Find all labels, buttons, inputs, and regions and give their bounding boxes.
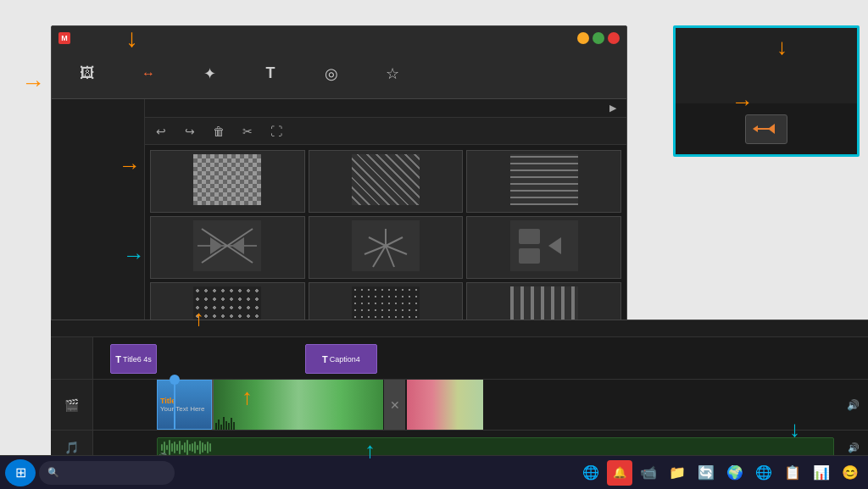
transition-bu[interactable] [466,216,621,279]
toolbar-elements[interactable]: ☆ [364,53,421,96]
toolbar-text[interactable]: T [242,53,299,96]
sidebar-item-reveals[interactable] [52,153,144,164]
taskbar-browser[interactable]: 🌐 [578,460,604,486]
sidebar-item-wipe[interactable] [52,164,144,174]
thumb-bowtie [193,220,261,271]
end-audio-volume: 🔊 [848,442,860,453]
preview-top-bg [676,28,857,103]
toolbar-effect[interactable]: ✦ [181,53,238,96]
motion-icon: ◎ [325,64,338,83]
transition-blind[interactable] [309,150,464,213]
svg-marker-15 [548,237,561,254]
start-button[interactable]: ⊞ [5,459,36,486]
taskbar-system-icons: 🌐 🔔 📹 📁 🔄 🌍 🌐 📋 📊 😊 [578,460,863,486]
preview-transition-icon[interactable] [745,114,787,144]
undo-button[interactable]: ↩ [152,122,170,141]
video-track-label: 🎬 [51,380,93,430]
transition-burn[interactable] [309,216,464,279]
taskbar-notification[interactable]: 🔔 [607,460,632,486]
video-clip-flowers[interactable] [407,380,483,430]
taskbar-video[interactable]: 📹 [636,460,661,486]
toolbar-media[interactable]: 🖼 [58,53,116,96]
preview-content [676,28,857,154]
audio-icon-label: 🎵 [64,441,79,454]
waveform-overlay [214,413,383,430]
flowers-bg [407,380,483,430]
taskbar-emoji[interactable]: 😊 [837,460,863,486]
transition-advanced-mosaic[interactable] [150,150,305,213]
delete-button[interactable]: 🗑 [209,122,228,141]
sidebar-item-diagonals[interactable] [52,123,144,133]
text-icon: T [266,64,275,82]
track-label-1 [51,337,93,379]
thumb-burn [352,220,420,271]
clip-title6-text: Title6 4s [123,355,152,364]
video-clip-main[interactable] [214,380,383,430]
svg-marker-22 [753,125,758,132]
transition-arrows-svg [749,117,783,141]
taskbar: ⊞ 🔍 🌐 🔔 📹 📁 🔄 🌍 🌐 📋 📊 😊 [0,455,868,489]
arrow-to-app: → [21,69,45,97]
youtube-icon: ▶ [609,103,616,114]
search-bar[interactable]: 🔍 [39,461,175,485]
svg-line-12 [369,237,386,246]
maximize-button[interactable] [593,32,604,44]
timeline-controls: ↩ ↪ 🗑 ✂ ⛶ [145,118,626,145]
taskbar-clipboard[interactable]: 📋 [780,460,805,486]
taskbar-edge[interactable]: 🌐 [751,460,776,486]
toolbar-transition[interactable]: ↔ [120,53,177,96]
playhead[interactable] [174,380,175,430]
toolbar: 🖼 ↔ ✦ T ◎ ☆ [52,50,626,99]
svg-rect-13 [519,229,540,244]
crop-button[interactable]: ⛶ [267,122,286,141]
notification-icon: 🔔 [613,466,626,479]
svg-marker-3 [210,237,223,254]
title-bar: M [52,26,626,50]
title-t-icon: T [115,354,121,364]
taskbar-folder[interactable]: 📁 [665,460,690,486]
svg-marker-4 [231,237,244,254]
sidebar-item-advanced[interactable] [52,113,144,123]
transition-bowtie[interactable] [150,216,305,279]
transition-icon: ↔ [142,66,155,81]
close-button[interactable] [608,32,620,44]
audio-clip[interactable] [157,437,834,457]
clip-caption4[interactable]: T Caption4 [305,344,377,374]
toolbar-motion[interactable]: ◎ [303,53,360,96]
minimize-button[interactable] [577,32,589,44]
transition-between-clips[interactable]: ✕ [384,380,405,430]
thumb-blind [352,154,420,205]
thumb-bu [510,220,578,271]
timeline-tracks: T Title6 4s T Caption4 🎬 Title Your Text… [51,337,868,462]
thumb-blindho [510,154,578,205]
cut-button[interactable]: ✂ [238,122,257,141]
clip-title6[interactable]: T Title6 4s [110,344,157,374]
x-icon: ✕ [390,398,400,412]
clip-subtitle-label: Your Text Here [160,405,204,413]
window-controls [577,32,620,44]
taskbar-globe[interactable]: 🌍 [722,460,748,486]
search-icon: 🔍 [47,467,59,478]
taskbar-sync[interactable]: 🔄 [693,460,719,486]
preview-panel [673,25,860,157]
track-row-1: T Title6 4s T Caption4 [51,337,868,380]
playhead-head [170,375,180,385]
sidebar-item-iris[interactable] [52,133,144,143]
video-clip-title-card[interactable]: Title Your Text Here [157,380,212,430]
video-track-row: 🎬 Title Your Text Here [51,380,868,431]
redo-button[interactable]: ↪ [181,122,199,141]
transition-blindho[interactable] [466,150,621,213]
caption-t-icon: T [322,354,328,364]
media-icon: 🖼 [80,64,95,82]
volume-icon: 🔊 [847,399,860,411]
elements-icon: ☆ [386,64,399,83]
svg-rect-14 [519,248,540,264]
taskbar-powerpoint[interactable]: 📊 [809,460,834,486]
clip-caption4-text: Caption4 [330,355,360,364]
timeline-ruler [51,320,868,337]
thumb-advanced-mosaic [193,154,261,205]
svg-line-7 [386,237,403,246]
preview-bottom-bg [676,103,857,154]
sidebar-item-pagepeel[interactable] [52,143,144,153]
sidebar-item-all[interactable] [52,103,144,113]
